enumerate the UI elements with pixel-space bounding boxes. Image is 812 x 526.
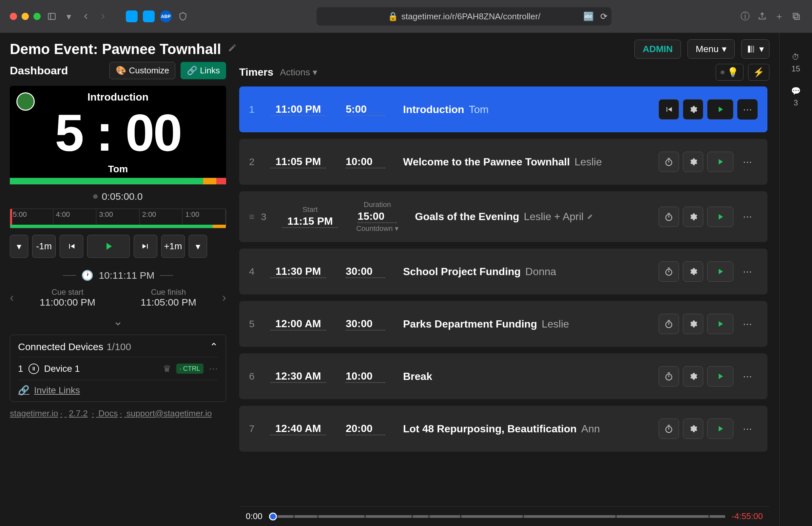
- footer-docs-link[interactable]: Docs: [98, 408, 118, 418]
- timer-row[interactable]: ≡ 3 Start11:15 PM Duration15:00Countdown…: [239, 191, 767, 242]
- abp-extension-icon[interactable]: ABP: [160, 11, 172, 22]
- edit-icon[interactable]: [587, 211, 594, 222]
- cue-prev-button[interactable]: ‹: [10, 291, 14, 305]
- timer-play-button[interactable]: [707, 314, 733, 334]
- tabs-icon[interactable]: [791, 11, 802, 22]
- timer-more-button[interactable]: ⋯: [737, 314, 758, 334]
- refresh-icon[interactable]: ⟳: [600, 12, 608, 21]
- collapse-devices-button[interactable]: ⌃: [210, 341, 218, 352]
- timer-play-button[interactable]: [707, 99, 733, 119]
- timer-start[interactable]: 12:30 AM: [270, 370, 326, 383]
- menu-button[interactable]: Menu ▾: [687, 39, 735, 59]
- timer-row[interactable]: 7 12:40 AM 20:00 Lot 48 Repurposing, Bea…: [239, 406, 767, 452]
- timer-row[interactable]: 4 11:30 PM 30:00 School Project Funding …: [239, 249, 767, 294]
- timer-duration[interactable]: 30:00: [346, 265, 385, 278]
- timer-play-button[interactable]: [707, 261, 733, 282]
- maximize-window[interactable]: [33, 13, 41, 20]
- lock-extension-icon[interactable]: [143, 11, 155, 22]
- timer-more-button[interactable]: ⋯: [737, 419, 758, 439]
- time-ruler[interactable]: 5:00 4:00 3:00 2:00 1:00: [10, 209, 226, 228]
- timer-more-button[interactable]: ⋯: [737, 207, 758, 227]
- timeline-track[interactable]: [269, 515, 725, 518]
- forward-icon[interactable]: [97, 11, 109, 22]
- timeline-thumb[interactable]: [269, 513, 277, 521]
- timer-play-button[interactable]: [707, 152, 733, 172]
- play-button[interactable]: [87, 235, 130, 258]
- edit-title-icon[interactable]: [228, 43, 237, 55]
- timer-duration[interactable]: 20:00: [346, 423, 385, 435]
- next-button[interactable]: [134, 235, 157, 258]
- new-tab-icon[interactable]: ＋: [773, 11, 785, 22]
- timer-more-button[interactable]: ⋯: [737, 152, 758, 172]
- timer-more-button[interactable]: ⋯: [737, 261, 758, 282]
- countdown-label[interactable]: Countdown ▾: [349, 224, 405, 233]
- device-item[interactable]: 1 ⏸ Device 1 ♛ · CTRL ⋯: [18, 357, 218, 380]
- timer-settings-button[interactable]: [683, 366, 703, 386]
- honey-extension-icon[interactable]: [126, 11, 137, 22]
- plus-more-button[interactable]: ▾: [189, 235, 207, 258]
- minimize-window[interactable]: [21, 13, 29, 20]
- links-button[interactable]: 🔗Links: [180, 62, 226, 79]
- timer-settings-button[interactable]: [683, 261, 703, 282]
- flash-button[interactable]: ⚡: [748, 64, 769, 81]
- timer-settings-button[interactable]: [683, 207, 703, 227]
- chevron-down-icon[interactable]: ▾: [63, 11, 75, 22]
- settings-panel-button[interactable]: ▾: [741, 39, 769, 59]
- stopwatch-button[interactable]: [659, 152, 679, 172]
- footer-site-link[interactable]: stagetimer.io: [10, 408, 58, 418]
- timer-duration[interactable]: 10:00: [346, 370, 385, 383]
- timer-play-button[interactable]: [707, 366, 733, 386]
- translate-icon[interactable]: 🔤: [583, 12, 594, 21]
- timer-duration[interactable]: 5:00: [346, 103, 385, 116]
- stopwatch-button[interactable]: [659, 366, 679, 386]
- cue-next-button[interactable]: ›: [222, 291, 226, 305]
- timer-settings-button[interactable]: [683, 99, 703, 119]
- prev-button[interactable]: [60, 235, 83, 258]
- timer-start[interactable]: 11:00 PM: [270, 103, 326, 116]
- device-more-icon[interactable]: ⋯: [209, 363, 218, 374]
- minus-1m-button[interactable]: -1m: [32, 235, 56, 258]
- timer-more-button[interactable]: ⋯: [737, 99, 758, 119]
- timer-play-button[interactable]: [707, 419, 733, 439]
- stopwatch-button[interactable]: [659, 261, 679, 282]
- blackout-toggle[interactable]: 💡: [716, 64, 743, 81]
- rail-messages-button[interactable]: 💬 3: [791, 86, 801, 107]
- timer-row[interactable]: 2 11:05 PM 10:00 Welcome to the Pawnee T…: [239, 139, 767, 185]
- timer-row[interactable]: 5 12:00 AM 30:00 Parks Department Fundin…: [239, 301, 767, 347]
- timer-settings-button[interactable]: [683, 152, 703, 172]
- bottom-timeline[interactable]: 0:00 -4:55:00: [239, 506, 769, 526]
- timer-more-button[interactable]: ⋯: [737, 366, 758, 386]
- reset-timer-button[interactable]: [659, 99, 679, 119]
- timer-settings-button[interactable]: [683, 419, 703, 439]
- footer-email-link[interactable]: support@stagetimer.io: [127, 408, 212, 418]
- timer-start[interactable]: 11:30 PM: [270, 265, 326, 278]
- back-icon[interactable]: [80, 11, 92, 22]
- timer-duration[interactable]: 15:00: [358, 210, 397, 223]
- sidebar-toggle-icon[interactable]: [46, 11, 58, 22]
- expand-cue-button[interactable]: ⌄: [10, 315, 226, 328]
- stopwatch-button[interactable]: [659, 419, 679, 439]
- timer-duration[interactable]: 30:00: [346, 318, 385, 331]
- url-bar[interactable]: 🔒 stagetimer.io/r/6PAH8ZNA/controller/ 🔤…: [317, 7, 611, 26]
- plus-1m-button[interactable]: +1m: [161, 235, 185, 258]
- timer-settings-button[interactable]: [683, 314, 703, 334]
- shield-icon[interactable]: [177, 11, 189, 22]
- stopwatch-button[interactable]: [659, 314, 679, 334]
- timer-start[interactable]: 12:00 AM: [270, 318, 326, 331]
- timer-row[interactable]: 1 11:00 PM 5:00 Introduction Tom ⋯: [239, 86, 767, 132]
- timer-start[interactable]: 11:05 PM: [270, 156, 326, 169]
- drag-handle-icon[interactable]: ≡: [249, 211, 254, 222]
- share-icon[interactable]: [756, 11, 768, 22]
- minus-more-button[interactable]: ▾: [10, 235, 28, 258]
- timer-start[interactable]: 12:40 AM: [270, 423, 326, 435]
- info-icon[interactable]: ⓘ: [739, 11, 751, 22]
- rail-timers-button[interactable]: ⏱ 15: [791, 53, 800, 73]
- invite-links-button[interactable]: 🔗 Invite Links: [18, 380, 218, 396]
- timer-start[interactable]: 11:15 PM: [282, 215, 338, 228]
- timer-row[interactable]: 6 12:30 AM 10:00 Break ⋯: [239, 353, 767, 399]
- timer-play-button[interactable]: [707, 207, 733, 227]
- close-window[interactable]: [10, 13, 17, 20]
- timer-duration[interactable]: 10:00: [346, 156, 385, 169]
- admin-button[interactable]: ADMIN: [634, 40, 681, 59]
- stopwatch-button[interactable]: [659, 207, 679, 227]
